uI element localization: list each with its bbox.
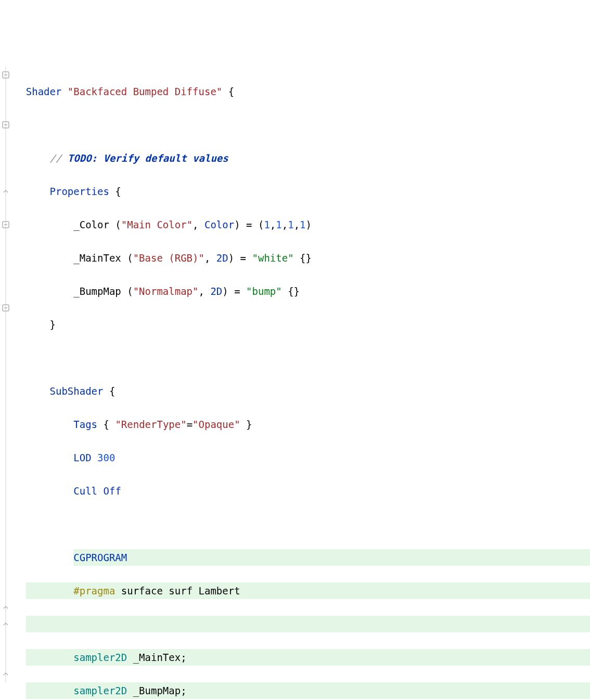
code-line[interactable]: #pragma surface surf Lambert (26, 582, 590, 599)
text: , (199, 286, 211, 297)
code-line[interactable]: Cull Off (26, 483, 590, 499)
code-line[interactable]: // TODO: Verify default values (26, 150, 590, 166)
fold-minus-icon[interactable] (2, 121, 9, 128)
fold-up-icon[interactable] (2, 620, 9, 628)
keyword: 2D (210, 286, 222, 297)
text: surface surf Lambert (115, 585, 240, 597)
type: sampler2D (73, 652, 127, 663)
text: {} (294, 252, 312, 264)
code-line[interactable]: SubShader { (26, 383, 590, 399)
text (97, 485, 103, 497)
code-line[interactable]: CGPROGRAM (26, 549, 590, 566)
code-line[interactable] (26, 116, 590, 133)
keyword: Cull (73, 485, 97, 497)
string: "white" (252, 252, 294, 264)
code-line[interactable]: Properties { (26, 183, 590, 200)
code-line[interactable] (26, 616, 590, 632)
number: 1 (264, 219, 270, 230)
keyword: Color (204, 219, 234, 230)
string: "Base (RGB)" (133, 252, 204, 264)
text: ) = (228, 252, 252, 264)
string: "RenderType" (115, 419, 186, 430)
text: _Color ( (26, 219, 121, 230)
text: , (204, 252, 216, 264)
text: { (222, 86, 234, 97)
text: ) = ( (234, 219, 264, 230)
code-line[interactable]: sampler2D _MainTex; (26, 649, 590, 666)
code-line[interactable]: Shader "Backfaced Bumped Diffuse" { (26, 83, 590, 100)
gutter[interactable] (0, 67, 24, 700)
text (26, 186, 50, 197)
type: sampler2D (73, 685, 127, 696)
text (26, 652, 74, 663)
text (92, 452, 97, 463)
code-line[interactable]: _Color ("Main Color", Color) = (1,1,1,1) (26, 216, 590, 233)
number: 1 (300, 219, 305, 230)
text (26, 419, 74, 430)
text: _BumpMap ( (26, 286, 133, 297)
keyword: LOD (73, 452, 91, 463)
string: "Normalmap" (133, 286, 199, 297)
text: , (270, 219, 276, 230)
text: _MainTex; (127, 652, 186, 663)
text: {} (282, 286, 300, 297)
code-line[interactable] (26, 516, 590, 533)
todo-comment: TODO: Verify default values (68, 152, 228, 164)
keyword: Properties (50, 186, 109, 197)
text: { (109, 186, 121, 197)
keyword: Shader (26, 86, 68, 97)
keyword: CGPROGRAM (73, 552, 127, 563)
fold-up-icon[interactable] (2, 604, 9, 611)
code-line[interactable] (26, 349, 590, 366)
text (26, 585, 74, 597)
string: "Main Color" (121, 219, 193, 230)
keyword: 2D (216, 252, 228, 264)
code-line[interactable]: } (26, 316, 590, 333)
fold-up-icon[interactable] (2, 188, 9, 195)
pragma: #pragma (73, 585, 115, 597)
text: _BumpMap; (127, 685, 186, 696)
number: 300 (97, 452, 115, 463)
keyword: SubShader (50, 385, 104, 397)
code-line[interactable]: LOD 300 (26, 449, 590, 466)
string: "Opaque" (193, 419, 240, 430)
text: { (97, 419, 115, 430)
text: = (187, 419, 193, 430)
text: { (103, 385, 115, 397)
fold-minus-icon[interactable] (2, 304, 9, 312)
text: _MainTex ( (26, 252, 133, 264)
text: ) = (222, 286, 246, 297)
code-line[interactable]: Tags { "RenderType"="Opaque" } (26, 416, 590, 433)
text: } (26, 319, 56, 330)
text (26, 685, 74, 696)
string: "Backfaced Bumped Diffuse" (68, 86, 222, 97)
code-line[interactable]: sampler2D _BumpMap; (26, 682, 590, 699)
text: , (294, 219, 300, 230)
text (26, 385, 50, 397)
fold-up-icon[interactable] (2, 670, 9, 678)
code-area[interactable]: Shader "Backfaced Bumped Diffuse" { // T… (24, 67, 590, 700)
fold-minus-icon[interactable] (2, 71, 9, 79)
text: ) (306, 219, 312, 230)
string: "bump" (246, 286, 282, 297)
number: 1 (288, 219, 293, 230)
text: } (240, 419, 252, 430)
fold-minus-icon[interactable] (2, 221, 9, 228)
code-line[interactable]: _BumpMap ("Normalmap", 2D) = "bump" {} (26, 283, 590, 300)
comment: // (26, 152, 68, 164)
text: , (193, 219, 204, 230)
text (26, 452, 74, 463)
text: , (282, 219, 288, 230)
code-line[interactable]: _MainTex ("Base (RGB)", 2D) = "white" {} (26, 250, 590, 266)
keyword: Off (104, 485, 121, 497)
code-editor[interactable]: Shader "Backfaced Bumped Diffuse" { // T… (0, 67, 590, 700)
text (26, 485, 74, 497)
keyword: Tags (73, 419, 97, 430)
text (26, 552, 74, 563)
number: 1 (276, 219, 281, 230)
